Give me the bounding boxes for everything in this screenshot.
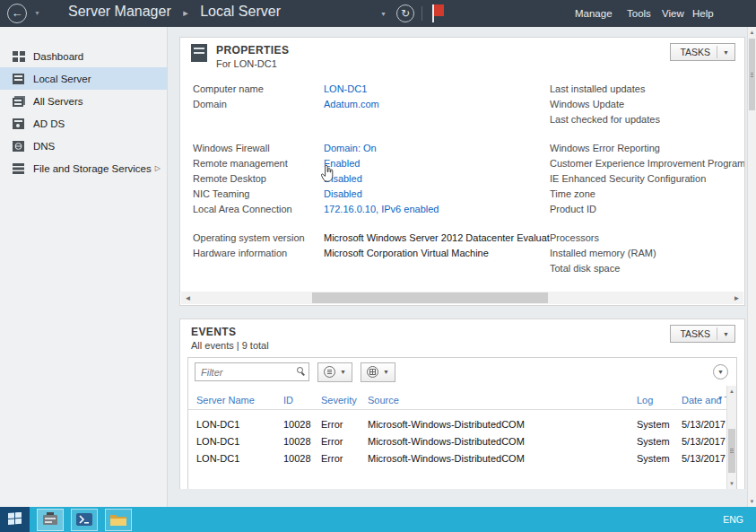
server-manager-window: ← ▼ Server Manager ▸ Local Server ▼ ↻ Ma… [0, 0, 756, 532]
scroll-up-icon[interactable]: ▲ [727, 386, 736, 397]
main-content: PROPERTIES For LON-DC1 TASKS ▼ Computer … [168, 27, 747, 507]
menu-help[interactable]: Help [692, 8, 714, 19]
scroll-down-icon[interactable]: ▼ [748, 496, 756, 507]
notifications-flag-icon[interactable] [430, 4, 445, 23]
properties-tasks-button[interactable]: TASKS ▼ [670, 43, 735, 61]
events-tasks-button[interactable]: TASKS ▼ [670, 325, 735, 343]
event-row[interactable]: LON-DC1 10028 Error Microsoft-Windows-Di… [188, 432, 726, 449]
powershell-taskbar-icon[interactable] [71, 509, 98, 531]
property-value: Microsoft Corporation Virtual Machine [324, 248, 550, 258]
start-button[interactable] [0, 507, 30, 532]
sidebar-item-ad-ds[interactable]: AD DS [0, 112, 167, 135]
property-label: Last installed updates [550, 83, 744, 94]
scrollbar-track[interactable] [195, 292, 730, 304]
property-value-link[interactable]: LON-DC1 [324, 83, 550, 94]
scrollbar-thumb[interactable] [312, 292, 548, 303]
scroll-up-icon[interactable]: ▲ [748, 27, 756, 38]
cell-id: 10028 [283, 419, 321, 430]
scroll-right-icon[interactable]: ► [730, 292, 743, 304]
events-header: EVENTS All events | 9 total TASKS ▼ [180, 319, 744, 353]
property-value-link[interactable]: 172.16.0.10, IPv6 enabled [324, 204, 550, 214]
dns-icon [12, 140, 26, 153]
events-table-header: Server Name ID Severity Source Log ▼ Dat… [188, 386, 726, 410]
sidebar-item-file-storage-services[interactable]: File and Storage Services ▷ [0, 157, 167, 179]
column-header-id[interactable]: ID [283, 395, 321, 409]
main-vertical-scrollbar[interactable]: ▲ ▼ [747, 27, 756, 507]
properties-header: PROPERTIES For LON-DC1 TASKS ▼ [180, 38, 744, 72]
filter-input[interactable] [195, 362, 309, 381]
column-header-severity[interactable]: Severity [321, 395, 368, 409]
refresh-button[interactable]: ↻ [396, 4, 414, 22]
server-manager-taskbar-icon[interactable] [37, 509, 64, 531]
cell-severity: Error [321, 419, 368, 430]
language-indicator[interactable]: ENG [723, 514, 743, 525]
back-button[interactable]: ← [7, 4, 27, 23]
list-icon [324, 366, 335, 378]
chevron-right-icon[interactable]: ▷ [155, 164, 161, 172]
property-label: Customer Experience Improvement Program [550, 158, 744, 169]
breadcrumb-app-title[interactable]: Server Manager [68, 4, 171, 19]
cell-datetime: 5/13/2017 12:55:0 [682, 453, 726, 464]
scroll-down-icon[interactable]: ▼ [727, 478, 736, 489]
property-row: Hardware information Microsoft Corporati… [193, 245, 744, 260]
property-row: Computer name LON-DC1 Last installed upd… [193, 81, 744, 96]
events-panel: EVENTS All events | 9 total TASKS ▼ ▼ [179, 318, 745, 489]
collapse-chevron-icon[interactable]: ▼ [713, 364, 728, 379]
property-row: Domain Adatum.com Windows Update N [193, 96, 744, 111]
breadcrumb-current-page[interactable]: Local Server [200, 4, 281, 19]
event-row[interactable]: LON-DC1 10028 Error Microsoft-Windows-Di… [188, 449, 726, 467]
search-icon [297, 367, 303, 373]
sidebar-item-label: Dashboard [33, 51, 83, 62]
windows-logo-icon [8, 512, 22, 527]
caret-down-icon: ▼ [717, 46, 729, 58]
cell-severity: Error [321, 436, 368, 447]
sidebar-item-local-server[interactable]: Local Server [0, 67, 167, 90]
property-label: Windows Update [550, 99, 744, 109]
column-header-log[interactable]: Log [637, 395, 682, 409]
property-value-link[interactable]: Domain: On [324, 143, 550, 153]
file-storage-icon [12, 162, 26, 175]
scope-dropdown-icon[interactable]: ▼ [380, 11, 387, 17]
column-header-server-name[interactable]: Server Name [196, 395, 283, 409]
cell-server: LON-DC1 [196, 436, 283, 447]
topbar-divider [421, 6, 422, 21]
property-value-link[interactable]: Adatum.com [324, 99, 550, 109]
property-label: Time zone [550, 188, 744, 199]
sidebar-item-dns[interactable]: DNS [0, 135, 167, 157]
menu-view[interactable]: View [662, 8, 684, 19]
property-label: Processors [550, 232, 744, 243]
event-row[interactable]: LON-DC1 10028 Error Microsoft-Windows-Di… [188, 415, 726, 432]
scrollbar-thumb[interactable] [749, 39, 755, 110]
scrollbar-thumb[interactable] [728, 429, 735, 472]
menu-tools[interactable]: Tools [627, 8, 651, 19]
cell-server: LON-DC1 [196, 453, 283, 464]
events-vertical-scrollbar[interactable]: ▲ ▼ [726, 386, 736, 489]
scroll-left-icon[interactable]: ◄ [181, 292, 195, 304]
column-header-source[interactable]: Source [368, 395, 637, 409]
cell-source: Microsoft-Windows-DistributedCOM [368, 453, 637, 464]
property-label: Total disk space [550, 263, 744, 274]
file-explorer-taskbar-icon[interactable] [105, 509, 132, 531]
sidebar-item-dashboard[interactable]: Dashboard [0, 45, 167, 67]
properties-panel: PROPERTIES For LON-DC1 TASKS ▼ Computer … [179, 37, 745, 306]
grid-icon [367, 366, 378, 378]
menu-manage[interactable]: Manage [575, 8, 613, 19]
events-subtitle: All events | 9 total [191, 340, 735, 351]
remote-management-link[interactable]: Enabled [324, 158, 550, 169]
sidebar-item-all-servers[interactable]: All Servers [0, 90, 167, 112]
cell-datetime: 5/13/2017 12:55:0 [682, 436, 726, 447]
property-value-link[interactable]: Disabled [324, 188, 550, 199]
cell-source: Microsoft-Windows-DistributedCOM [368, 419, 637, 430]
sidebar-item-label: AD DS [33, 118, 65, 129]
sort-descending-icon: ▼ [717, 395, 723, 401]
caret-down-icon: ▼ [383, 369, 389, 375]
history-dropdown-icon[interactable]: ▼ [34, 10, 40, 16]
property-label: Operating system version [193, 232, 324, 243]
grouping-dropdown-button[interactable]: ▼ [361, 362, 395, 382]
cell-id: 10028 [283, 453, 321, 464]
property-value-link[interactable]: Disabled [324, 173, 550, 184]
taskbar: ENG [0, 507, 756, 532]
properties-horizontal-scrollbar[interactable]: ◄ ► [181, 292, 743, 304]
saved-queries-dropdown-button[interactable]: ▼ [317, 362, 352, 382]
title-bar: ← ▼ Server Manager ▸ Local Server ▼ ↻ Ma… [0, 0, 756, 27]
